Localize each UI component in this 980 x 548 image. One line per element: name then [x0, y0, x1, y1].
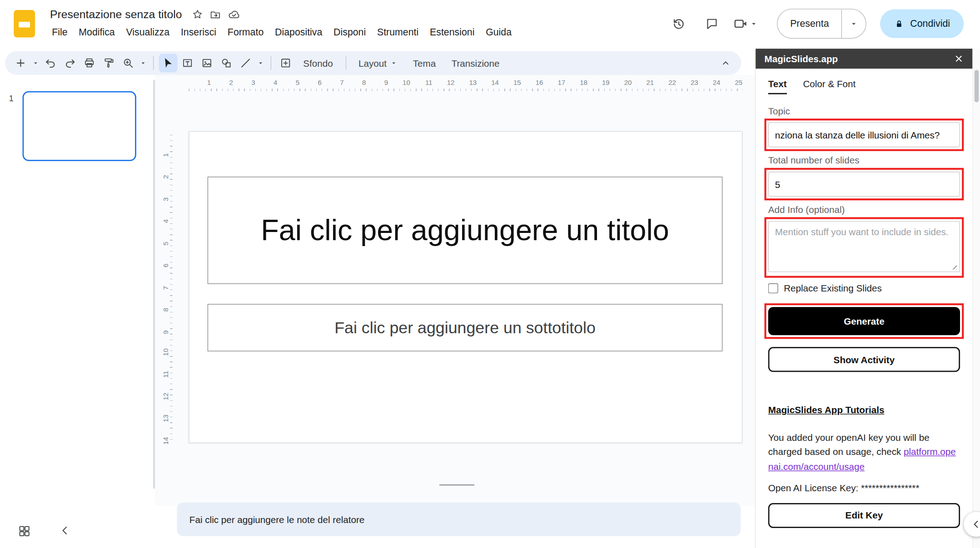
- cloud-status-icon[interactable]: [228, 8, 240, 20]
- subtitle-placeholder-text: Fai clic per aggiungere un sottotitolo: [334, 318, 596, 337]
- menu-item[interactable]: Inserisci: [175, 25, 222, 40]
- insert-line-icon[interactable]: [236, 54, 255, 72]
- subtitle-placeholder[interactable]: Fai clic per aggiungere un sottotitolo: [208, 304, 723, 351]
- ruler-mark: 15: [499, 79, 521, 90]
- background-button[interactable]: Sfondo: [296, 54, 340, 72]
- generate-button[interactable]: Generate: [768, 307, 960, 335]
- move-folder-icon[interactable]: [209, 9, 221, 20]
- ruler-mark: 7: [322, 79, 344, 90]
- menubar: FileModificaVisualizzaInserisciFormatoDi…: [46, 25, 517, 40]
- menu-item[interactable]: File: [46, 25, 73, 40]
- version-history-icon[interactable]: [666, 11, 691, 36]
- collapse-toolbar-icon[interactable]: [716, 54, 735, 72]
- transition-button[interactable]: Transizione: [444, 54, 507, 72]
- slide-count-input[interactable]: [768, 172, 960, 197]
- ruler-mark: 23: [676, 79, 698, 90]
- select-tool-icon[interactable]: [159, 54, 177, 72]
- close-icon[interactable]: [954, 54, 964, 64]
- redo-icon[interactable]: [60, 54, 79, 72]
- topic-annotation-box: [764, 118, 964, 151]
- ruler-mark: 14: [160, 422, 171, 444]
- present-button[interactable]: Presenta: [777, 9, 866, 39]
- page-scrollbar[interactable]: [973, 49, 980, 548]
- line-chevron-icon[interactable]: [256, 54, 266, 72]
- document-title[interactable]: Presentazione senza titolo: [46, 6, 186, 22]
- layout-button[interactable]: Layout: [351, 54, 405, 72]
- theme-button[interactable]: Tema: [405, 54, 443, 72]
- grid-view-icon[interactable]: [18, 524, 31, 538]
- add-info-textarea[interactable]: [768, 221, 960, 272]
- topic-input[interactable]: [768, 122, 960, 147]
- ruler-mark: 19: [587, 79, 610, 90]
- tutorials-link[interactable]: MagicSlides App Tutorials: [768, 405, 885, 415]
- horizontal-ruler[interactable]: 1234567891011121314151617181920212223242…: [189, 79, 742, 90]
- present-options-icon[interactable]: [842, 20, 866, 28]
- insert-placeholder-icon[interactable]: [276, 54, 295, 72]
- slide-number: 1: [0, 91, 23, 103]
- print-icon[interactable]: [80, 54, 99, 72]
- paint-format-icon[interactable]: [99, 54, 118, 72]
- title-placeholder-text: Fai clic per aggiungere un titolo: [261, 207, 669, 253]
- ruler-mark: 7: [160, 267, 171, 290]
- menu-item[interactable]: Modifica: [73, 25, 120, 40]
- scrollbar-thumb[interactable]: [975, 70, 979, 102]
- toolbar-divider: [345, 56, 346, 70]
- vertical-ruler[interactable]: 1234567891011121314: [160, 135, 171, 444]
- star-icon[interactable]: [192, 9, 204, 20]
- meet-camera-button[interactable]: [733, 16, 758, 31]
- menu-item[interactable]: Disponi: [328, 25, 372, 40]
- text-box-icon[interactable]: [178, 54, 197, 72]
- add-info-label: Add Info (optional): [768, 204, 960, 215]
- comments-icon[interactable]: [700, 11, 725, 36]
- toolbar-divider: [271, 56, 271, 70]
- menu-item[interactable]: Visualizza: [120, 25, 175, 40]
- tab-text[interactable]: Text: [768, 79, 787, 94]
- menu-item[interactable]: Diapositiva: [269, 25, 328, 40]
- new-slide-chevron-icon[interactable]: [30, 54, 40, 72]
- insert-shape-icon[interactable]: [217, 54, 235, 72]
- chevron-down-icon: [390, 59, 398, 67]
- menu-item[interactable]: Strumenti: [372, 25, 424, 40]
- ruler-mark: 24: [698, 79, 721, 90]
- slide-count-label: Total number of slides: [768, 155, 960, 165]
- chevron-down-icon[interactable]: [750, 20, 758, 28]
- zoom-icon[interactable]: [119, 54, 137, 72]
- speaker-notes-placeholder: Fai clic per aggiungere le note del rela…: [189, 514, 364, 524]
- add-info-annotation-box: [764, 217, 964, 277]
- toolbar-divider: [153, 56, 154, 70]
- menu-item[interactable]: Formato: [222, 25, 269, 40]
- speaker-notes[interactable]: Fai clic per aggiungere le note del rela…: [177, 503, 741, 536]
- replace-existing-label: Replace Existing Slides: [784, 283, 882, 293]
- menu-item[interactable]: Estensioni: [424, 25, 480, 40]
- zoom-chevron-icon[interactable]: [138, 54, 148, 72]
- edit-key-button[interactable]: Edit Key: [768, 503, 960, 528]
- collapse-filmstrip-icon[interactable]: [59, 524, 71, 538]
- ruler-mark: 6: [160, 246, 171, 268]
- ruler-mark: 1: [189, 79, 211, 90]
- lock-icon: [894, 19, 905, 29]
- panel-tabs: Text Color & Font: [768, 79, 960, 94]
- title-placeholder[interactable]: Fai clic per aggiungere un titolo: [208, 177, 723, 284]
- share-button[interactable]: Condividi: [880, 10, 964, 38]
- slide-canvas[interactable]: Fai clic per aggiungere un titolo Fai cl…: [189, 131, 742, 443]
- present-label[interactable]: Presenta: [778, 18, 841, 30]
- tab-color-font[interactable]: Color & Font: [803, 79, 856, 94]
- new-slide-icon[interactable]: [11, 54, 30, 72]
- ruler-mark: 14: [477, 79, 499, 90]
- share-label: Condividi: [910, 18, 950, 30]
- replace-existing-checkbox[interactable]: [768, 283, 778, 293]
- slide-thumbnail[interactable]: [23, 91, 136, 161]
- ruler-mark: 16: [521, 79, 543, 90]
- ruler-mark: 13: [454, 79, 477, 90]
- ruler-mark: 18: [565, 79, 587, 90]
- replace-slides-row: Replace Existing Slides: [768, 283, 960, 293]
- insert-image-icon[interactable]: [198, 54, 216, 72]
- show-activity-button[interactable]: Show Activity: [768, 347, 960, 372]
- menu-item[interactable]: Guida: [480, 25, 517, 40]
- panel-title: MagicSlides.app: [764, 54, 838, 64]
- slide-count-annotation-box: [764, 168, 964, 200]
- undo-icon[interactable]: [41, 54, 60, 72]
- ruler-mark: 12: [160, 378, 171, 400]
- slides-logo-icon[interactable]: [14, 10, 35, 37]
- canvas-area: 1234567891011121314151617181920212223242…: [155, 75, 755, 506]
